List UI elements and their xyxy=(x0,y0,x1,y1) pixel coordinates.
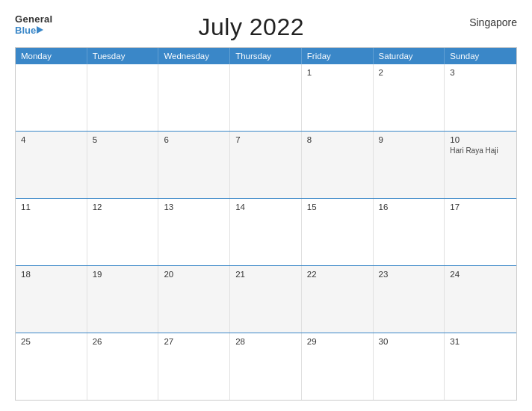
calendar-day-21: 21 xyxy=(230,266,302,333)
day-number: 15 xyxy=(307,203,368,211)
page-header: General Blue July 2022 Singapore xyxy=(15,13,517,41)
calendar-day-7: 7 xyxy=(230,132,302,198)
calendar-header-tuesday: Tuesday xyxy=(87,48,159,64)
calendar-day-5: 5 xyxy=(87,132,159,198)
calendar-day-26: 26 xyxy=(87,333,159,400)
calendar-week-5: 25262728293031 xyxy=(16,333,516,400)
calendar-body: 12345678910Hari Raya Haji111213141516171… xyxy=(16,64,516,400)
day-number: 12 xyxy=(93,203,153,211)
day-number: 1 xyxy=(307,68,368,77)
logo: General Blue xyxy=(15,13,53,36)
calendar-week-2: 45678910Hari Raya Haji xyxy=(16,131,516,198)
calendar-day-empty-3 xyxy=(230,64,302,131)
calendar-day-22: 22 xyxy=(302,266,374,333)
day-number: 8 xyxy=(307,135,368,144)
day-number: 4 xyxy=(21,135,81,144)
calendar-day-8: 8 xyxy=(302,132,374,198)
calendar-day-1: 1 xyxy=(302,64,374,131)
calendar-day-empty-2 xyxy=(158,64,230,131)
calendar-day-14: 14 xyxy=(230,199,302,265)
calendar-header-monday: Monday xyxy=(16,48,87,64)
calendar-day-25: 25 xyxy=(16,333,87,400)
day-number: 9 xyxy=(379,135,439,144)
day-number: 27 xyxy=(164,337,224,346)
month-title: July 2022 xyxy=(199,13,304,40)
day-number: 6 xyxy=(164,135,224,144)
day-number: 21 xyxy=(235,270,296,279)
day-number: 25 xyxy=(21,337,81,346)
day-number: 11 xyxy=(21,203,81,211)
day-number: 26 xyxy=(93,337,153,346)
calendar-week-4: 18192021222324 xyxy=(16,265,516,333)
calendar-day-19: 19 xyxy=(87,266,159,333)
logo-blue-text: Blue xyxy=(15,25,36,36)
logo-bottom: Blue xyxy=(15,25,43,36)
day-number: 2 xyxy=(379,68,439,77)
calendar-day-9: 9 xyxy=(374,132,445,198)
calendar-day-30: 30 xyxy=(374,333,445,400)
calendar-header-friday: Friday xyxy=(302,48,374,64)
calendar-day-3: 3 xyxy=(445,64,516,131)
day-number: 20 xyxy=(164,270,224,279)
calendar-day-17: 17 xyxy=(445,199,516,265)
calendar-day-10: 10Hari Raya Haji xyxy=(445,132,516,198)
day-number: 29 xyxy=(307,337,368,346)
calendar-week-1: 123 xyxy=(16,64,516,131)
calendar-day-empty-0 xyxy=(16,64,87,131)
calendar-day-empty-1 xyxy=(87,64,159,131)
calendar-day-16: 16 xyxy=(374,199,445,265)
calendar-day-31: 31 xyxy=(445,333,516,400)
event-label: Hari Raya Haji xyxy=(450,146,511,155)
calendar-day-11: 11 xyxy=(16,199,87,265)
calendar-header-thursday: Thursday xyxy=(230,48,302,64)
day-number: 7 xyxy=(235,135,296,144)
calendar-header-sunday: Sunday xyxy=(445,48,516,64)
day-number: 18 xyxy=(21,270,81,279)
calendar-header-saturday: Saturday xyxy=(374,48,445,64)
calendar-header-wednesday: Wednesday xyxy=(158,48,230,64)
region-label: Singapore xyxy=(450,13,517,28)
calendar-day-12: 12 xyxy=(87,199,159,265)
logo-general-text: General xyxy=(15,13,53,25)
day-number: 28 xyxy=(235,337,296,346)
calendar-day-2: 2 xyxy=(374,64,445,131)
day-number: 17 xyxy=(450,203,511,211)
calendar-day-15: 15 xyxy=(302,199,374,265)
calendar-page: General Blue July 2022 Singapore MondayT… xyxy=(0,0,532,411)
title-block: July 2022 xyxy=(53,13,450,41)
day-number: 13 xyxy=(164,203,224,211)
day-number: 30 xyxy=(379,337,439,346)
calendar-header-row: MondayTuesdayWednesdayThursdayFridaySatu… xyxy=(16,48,516,64)
day-number: 10 xyxy=(450,135,511,144)
calendar-day-23: 23 xyxy=(374,266,445,333)
calendar-day-24: 24 xyxy=(445,266,516,333)
calendar-day-18: 18 xyxy=(16,266,87,333)
day-number: 3 xyxy=(450,68,511,77)
day-number: 19 xyxy=(93,270,153,279)
calendar-day-28: 28 xyxy=(230,333,302,400)
day-number: 16 xyxy=(379,203,439,211)
calendar-day-4: 4 xyxy=(16,132,87,198)
day-number: 14 xyxy=(235,203,296,211)
calendar-day-6: 6 xyxy=(158,132,230,198)
day-number: 24 xyxy=(450,270,511,279)
day-number: 22 xyxy=(307,270,368,279)
calendar-day-20: 20 xyxy=(158,266,230,333)
day-number: 5 xyxy=(93,135,153,144)
day-number: 23 xyxy=(379,270,439,279)
calendar-week-3: 11121314151617 xyxy=(16,198,516,265)
calendar-day-13: 13 xyxy=(158,199,230,265)
calendar-day-27: 27 xyxy=(158,333,230,400)
day-number: 31 xyxy=(450,337,511,346)
calendar-grid: MondayTuesdayWednesdayThursdayFridaySatu… xyxy=(15,47,517,401)
logo-triangle-icon xyxy=(37,26,43,34)
calendar-day-29: 29 xyxy=(302,333,374,400)
